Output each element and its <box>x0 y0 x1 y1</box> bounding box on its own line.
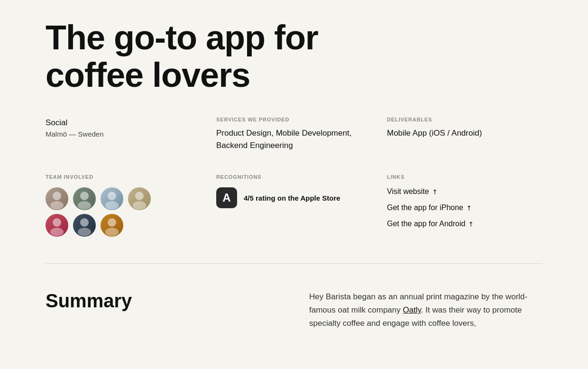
team-label: TEAM INVOLVED <box>46 174 201 180</box>
hero-title: The go-to app for coffee lovers <box>46 19 330 94</box>
info-grid: Social Malmö — Sweden SERVICES WE PROVID… <box>46 117 542 174</box>
android-app-arrow: ↗ <box>467 219 476 229</box>
android-app-link[interactable]: Get the app for Android ↗ <box>387 220 542 228</box>
links-column: LINKS Visit website ↗ Get the app for iP… <box>387 174 542 237</box>
svg-point-13 <box>105 228 119 236</box>
avatar-4 <box>128 187 151 210</box>
recognitions-label: RECOGNITIONS <box>216 174 372 180</box>
svg-point-12 <box>108 218 116 227</box>
svg-point-8 <box>53 218 61 227</box>
deliverables-label: DELIVERABLES <box>387 117 542 122</box>
avatar-row-2 <box>46 214 201 237</box>
svg-point-0 <box>53 192 61 200</box>
avatar-3 <box>101 187 123 210</box>
links-label: LINKS <box>387 174 542 180</box>
deliverables-value: Mobile App (iOS / Android) <box>387 127 542 139</box>
services-value: Product Design, Mobile Development, Back… <box>216 127 372 151</box>
oatly-link[interactable]: Oatly <box>403 305 421 314</box>
summary-title-col: Summary <box>46 290 279 330</box>
hero-title-line1: The go-to app for <box>46 18 318 56</box>
team-column: TEAM INVOLVED <box>46 174 201 237</box>
avatar-1 <box>46 187 68 210</box>
summary-body: Hey Barista began as an annual print mag… <box>309 290 542 330</box>
recognition-item: A 4/5 rating on the Apple Store <box>216 187 372 208</box>
svg-point-7 <box>133 201 146 210</box>
svg-point-11 <box>78 228 91 236</box>
summary-title: Summary <box>46 290 279 312</box>
avatar-2 <box>73 187 96 210</box>
avatar-7 <box>101 214 123 237</box>
meta-grid: TEAM INVOLVED <box>46 174 542 263</box>
svg-point-10 <box>80 218 89 227</box>
page-wrapper: The go-to app for coffee lovers Social M… <box>0 0 588 353</box>
app-icon-letter: A <box>222 191 230 204</box>
avatar-6 <box>73 214 96 237</box>
svg-point-2 <box>80 192 89 200</box>
links-list: Visit website ↗ Get the app for iPhone ↗… <box>387 187 542 228</box>
svg-point-4 <box>108 192 116 200</box>
services-label: SERVICES WE PROVIDED <box>216 117 372 122</box>
app-store-icon: A <box>216 187 237 208</box>
visit-website-text: Visit website <box>387 187 429 196</box>
iphone-app-arrow: ↗ <box>464 203 474 212</box>
avatar-5 <box>46 214 68 237</box>
svg-point-5 <box>105 201 119 210</box>
recognition-text: 4/5 rating on the Apple Store <box>244 194 340 202</box>
client-name: Social <box>46 117 201 129</box>
visit-website-arrow: ↗ <box>430 187 440 196</box>
iphone-app-text: Get the app for iPhone <box>387 203 463 212</box>
svg-point-6 <box>135 192 144 200</box>
recognitions-column: RECOGNITIONS A 4/5 rating on the Apple S… <box>216 174 372 237</box>
svg-point-3 <box>78 201 91 210</box>
summary-section: Summary Hey Barista began as an annual p… <box>46 290 542 353</box>
svg-point-9 <box>50 228 64 236</box>
avatars-grid <box>46 187 201 237</box>
iphone-app-link[interactable]: Get the app for iPhone ↗ <box>387 203 542 212</box>
client-column: Social Malmö — Sweden <box>46 117 201 151</box>
svg-point-1 <box>50 201 64 210</box>
section-divider <box>46 263 542 264</box>
android-app-text: Get the app for Android <box>387 220 465 228</box>
avatar-row-1 <box>46 187 201 210</box>
services-column: SERVICES WE PROVIDED Product Design, Mob… <box>216 117 372 151</box>
visit-website-link[interactable]: Visit website ↗ <box>387 187 542 196</box>
hero-title-line2: coffee lovers <box>46 56 250 94</box>
deliverables-column: DELIVERABLES Mobile App (iOS / Android) <box>387 117 542 151</box>
client-location: Malmö — Sweden <box>46 129 201 140</box>
summary-text-col: Hey Barista began as an annual print mag… <box>309 290 542 330</box>
hero-section: The go-to app for coffee lovers <box>46 0 542 117</box>
